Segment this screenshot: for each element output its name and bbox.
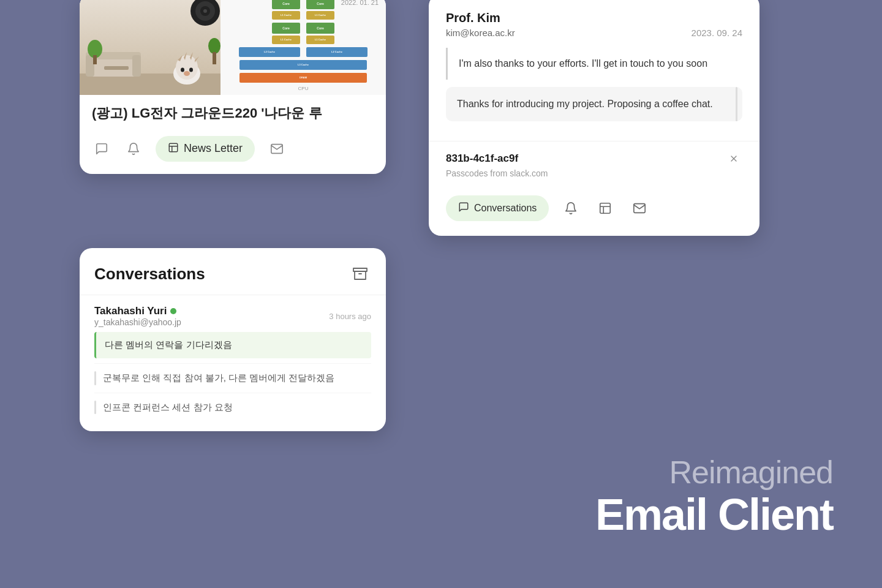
email-mail-icon[interactable] [627,196,652,221]
svg-point-18 [208,38,221,54]
newsletter-button[interactable]: News Letter [156,136,255,162]
email-message-1: I'm also thanks to your efforts. I'll ge… [446,48,742,80]
email-bell-icon[interactable] [559,196,583,221]
svg-rect-23 [600,203,611,214]
close-button[interactable] [725,150,742,167]
svg-rect-24 [353,268,367,271]
card-media-row: 2022. 01. 21 Core Core L1 Cache L1 Cache… [80,0,386,95]
newsletter-icon [168,142,179,156]
card-image-right: 2022. 01. 21 Core Core L1 Cache L1 Cache… [221,0,386,95]
sender-email: kim@korea.ac.kr [446,28,515,38]
tagline-top: Reimagined [595,454,833,491]
conv-sender-email: y_takahashi@yahoo.jp [94,317,181,327]
email-newsletter-icon[interactable] [593,196,617,221]
svg-point-15 [203,9,207,13]
card-image-left [80,0,221,95]
passkey-source: Passcodes from slack.com [446,168,742,178]
email-message-2: Thanks for introducing my project. Propo… [446,87,742,121]
sender-name: Prof. Kim [446,11,742,25]
conv-time: 3 hours ago [329,312,371,321]
conversations-header: Conversations [80,248,386,295]
passkey-id-text: 831b-4c1f-ac9f [446,153,518,165]
email-body: I'm also thanks to your efforts. I'll ge… [429,48,760,141]
comment-icon[interactable] [92,139,111,159]
card-action-bar: News Letter [80,126,386,174]
svg-point-9 [181,68,184,72]
conversations-icon [458,202,469,215]
conv-sender-info: Takahashi Yuri y_takahashi@yahoo.jp [94,305,181,327]
card-email-detail: Prof. Kim kim@korea.ac.kr 2023. 09. 24 I… [429,0,760,236]
conversations-button[interactable]: Conversations [446,195,549,221]
tagline: Reimagined Email Client [595,454,833,539]
conversation-item: Takahashi Yuri y_takahashi@yahoo.jp 3 ho… [80,295,386,431]
cpu-diagram: Core Core L1 Cache L1 Cache Core Core L1… [221,0,386,95]
svg-rect-5 [132,55,141,77]
conv-message-3: 인프콘 컨퍼런스 세션 참가 요청 [94,393,371,422]
passkey-bar: 831b-4c1f-ac9f Passcodes from slack.com [429,141,760,187]
tagline-bottom: Email Client [595,491,833,539]
conv-item-header: Takahashi Yuri y_takahashi@yahoo.jp 3 ho… [94,305,371,327]
bell-icon[interactable] [124,139,143,159]
conv-message-highlighted: 다른 멤버의 연락을 기다리겠음 [94,332,371,358]
svg-rect-4 [86,55,94,77]
card-newsletter: 2022. 01. 21 Core Core L1 Cache L1 Cache… [80,0,386,174]
mail-icon[interactable] [267,139,287,159]
email-meta-row: kim@korea.ac.kr 2023. 09. 24 [446,28,742,38]
svg-point-11 [184,71,190,76]
article-date: 2022. 01. 21 [341,0,379,6]
svg-rect-17 [93,55,97,64]
newsletter-label: News Letter [184,142,243,155]
svg-point-10 [189,68,193,72]
email-action-bar: Conversations [429,187,760,236]
article-title: (광고) LG전자 그라운드220 '나다운 루 [92,105,374,123]
card-text-area: (광고) LG전자 그라운드220 '나다운 루 [80,95,386,126]
email-header: Prof. Kim kim@korea.ac.kr 2023. 09. 24 [429,0,760,48]
office-illustration [80,0,221,95]
svg-rect-6 [104,66,129,70]
card-conversations: Conversations Takahashi Yuri y_takahashi… [80,248,386,431]
conversations-label: Conversations [474,203,537,214]
email-date: 2023. 09. 24 [692,28,742,38]
archive-icon[interactable] [349,263,371,285]
passkey-id-row: 831b-4c1f-ac9f [446,150,742,167]
online-indicator [170,308,176,314]
conversations-title: Conversations [94,265,205,284]
conv-message-2: 군복무로 인해 직접 참여 불가, 다른 멤버에게 전달하겠음 [94,363,371,393]
svg-rect-19 [213,52,216,64]
conv-sender-name: Takahashi Yuri [94,305,181,317]
svg-rect-20 [169,143,178,152]
